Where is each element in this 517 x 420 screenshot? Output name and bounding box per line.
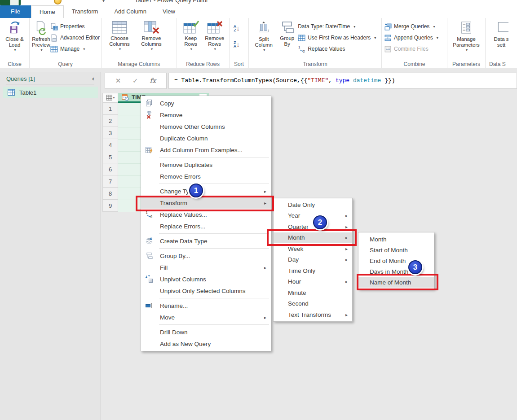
submenu-item-end-of-month[interactable]: End of Month — [358, 255, 434, 266]
window-title: Table1 - Power Query Editor — [135, 0, 208, 4]
data-source-settings-icon — [494, 21, 508, 35]
sort-descending-button[interactable]: ZA↓ — [234, 39, 240, 50]
remove-columns-button[interactable]: Remove Columns▾ — [135, 19, 168, 51]
menu-item-remove-duplicates[interactable]: Remove Duplicates — [141, 159, 271, 171]
menu-item-group-by[interactable]: Group By... — [141, 250, 271, 262]
fx-icon: fx — [150, 77, 156, 85]
row-number[interactable]: 6 — [102, 163, 118, 175]
tab-transform[interactable]: Transform — [64, 5, 106, 18]
choose-columns-button[interactable]: Choose Columns▾ — [104, 19, 135, 51]
close-and-load-button[interactable]: Close & Load▾ — [2, 19, 27, 52]
menu-item-rename[interactable]: Rename... — [141, 300, 271, 311]
group-combine: Merge Queries▾ Append Queries▾ Combine F… — [382, 18, 447, 68]
split-column-label: Split Column — [251, 36, 276, 48]
quick-access-icon[interactable] — [54, 0, 62, 4]
row-number[interactable]: 3 — [102, 127, 118, 139]
split-column-button[interactable]: Split Column▾ — [251, 19, 276, 52]
group-by-button[interactable]: Group By — [276, 19, 298, 47]
use-first-row-as-headers-button[interactable]: Use First Row as Headers▾ — [298, 33, 376, 43]
create-data-type-icon — [145, 237, 153, 245]
submenu-item-second[interactable]: Second — [274, 298, 352, 310]
select-all-table-icon — [106, 95, 113, 101]
submenu-item-year[interactable]: Year▸ — [274, 210, 352, 222]
row-number[interactable]: 7 — [102, 175, 118, 188]
row-number[interactable]: 2 — [102, 115, 118, 127]
row-number[interactable]: 9 — [102, 200, 118, 212]
row-number[interactable]: 1 — [102, 103, 118, 115]
menu-item-remove-errors[interactable]: Remove Errors — [141, 171, 271, 182]
append-queries-label: Append Queries — [394, 35, 433, 41]
tab-home[interactable]: Home — [31, 5, 64, 18]
query-item-label: Table1 — [19, 89, 36, 96]
submenu-arrow-icon: ▸ — [345, 224, 348, 229]
menu-item-remove-other-columns[interactable]: Remove Other Columns — [141, 121, 271, 132]
append-queries-button[interactable]: Append Queries▾ — [384, 33, 438, 43]
qat-caret-icon[interactable]: ▾ — [102, 0, 105, 3]
menu-item-add-as-new-query[interactable]: Add as New Query — [141, 338, 271, 350]
row-number[interactable]: 5 — [102, 151, 118, 163]
data-type-button[interactable]: Data Type: Date/Time▾ — [298, 22, 376, 31]
manage-parameters-button[interactable]: Manage Parameters▾ — [450, 19, 483, 52]
menu-item-unpivot-only-selected[interactable]: Unpivot Only Selected Columns — [141, 285, 271, 297]
menu-item-add-column-from-examples[interactable]: Add Column From Examples... — [141, 144, 271, 156]
tab-file[interactable]: File — [0, 5, 31, 18]
group-close: Close & Load▾ Close — [0, 18, 30, 68]
dropdown-caret-icon: ▾ — [83, 47, 85, 51]
row-number[interactable]: 8 — [102, 188, 118, 200]
advanced-editor-button[interactable]: Advanced Editor — [50, 33, 100, 43]
submenu-item-month-number[interactable]: Month — [358, 234, 434, 245]
replace-values-icon: 12 — [298, 45, 305, 53]
step-badge-3: 3 — [408, 260, 422, 274]
submenu-item-minute[interactable]: Minute — [274, 287, 352, 298]
tab-view[interactable]: View — [155, 5, 183, 18]
menu-item-replace-errors[interactable]: Replace Errors... — [141, 220, 271, 232]
submenu-item-date-only[interactable]: Date Only — [274, 199, 352, 210]
tab-add-column[interactable]: Add Column — [106, 5, 155, 18]
add-column-from-examples-icon — [145, 146, 153, 154]
menu-item-drill-down[interactable]: Drill Down — [141, 326, 271, 338]
dropdown-caret-icon: ▾ — [151, 47, 153, 51]
merge-queries-button[interactable]: Merge Queries▾ — [384, 22, 438, 31]
step-badge-1: 1 — [189, 184, 203, 197]
menu-item-copy[interactable]: Copy — [141, 97, 271, 109]
commit-icon[interactable]: ✓ — [133, 77, 138, 85]
menu-item-unpivot-columns[interactable]: Unpivot Columns — [141, 273, 271, 285]
dropdown-caret-icon: ▾ — [263, 48, 265, 52]
ribbon-tabs: File Home Transform Add Column View — [0, 5, 517, 18]
group-label-parameters: Parameters — [447, 61, 485, 67]
menu-separator — [159, 157, 269, 158]
properties-button[interactable]: Properties — [50, 22, 100, 31]
svg-text:1: 1 — [298, 45, 300, 49]
replace-values-button[interactable]: 12 Replace Values — [298, 44, 376, 54]
remove-rows-button[interactable]: Remove Rows▾ — [203, 19, 227, 51]
menu-separator — [159, 233, 269, 234]
submenu-item-start-of-month[interactable]: Start of Month — [358, 245, 434, 255]
row-number[interactable]: 4 — [102, 139, 118, 151]
cancel-icon[interactable]: ✕ — [115, 77, 121, 85]
menu-item-duplicate-column[interactable]: Duplicate Column — [141, 132, 271, 144]
submenu-arrow-icon: ▸ — [345, 279, 348, 284]
submenu-item-time-only[interactable]: Time Only — [274, 265, 352, 276]
collapse-pane-icon[interactable]: ‹ — [92, 74, 94, 82]
menu-item-fill[interactable]: Fill ▸ — [141, 262, 271, 273]
manage-button[interactable]: Manage▾ — [50, 44, 100, 54]
remove-columns-label: Remove Columns — [135, 35, 168, 47]
menu-item-remove[interactable]: Remove — [141, 109, 271, 121]
keep-rows-icon — [183, 21, 199, 34]
menu-item-create-data-type[interactable]: Create Data Type — [141, 235, 271, 247]
sort-ascending-button[interactable]: AZ↓ — [234, 22, 240, 34]
submenu-item-text-transforms[interactable]: Text Transforms▸ — [274, 309, 352, 320]
query-item-table1[interactable]: Table1 — [3, 87, 98, 98]
keep-rows-button[interactable]: Keep Rows▾ — [179, 19, 203, 51]
refresh-preview-button[interactable]: Refresh Preview▾ — [32, 19, 50, 52]
properties-label: Properties — [60, 23, 85, 30]
menu-item-move[interactable]: Move ▸ — [141, 311, 271, 323]
group-label-data-sources: Data S — [486, 61, 517, 67]
menu-separator — [159, 324, 269, 325]
excel-logo-icon — [0, 0, 21, 5]
select-all-cell[interactable]: ▾ — [102, 93, 118, 103]
submenu-item-hour[interactable]: Hour▸ — [274, 276, 352, 288]
data-source-settings-button[interactable]: Data ssett — [488, 19, 515, 48]
formula-input[interactable]: = Table.TransformColumnTypes(Source,{{"T… — [168, 73, 517, 89]
submenu-item-day[interactable]: Day▸ — [274, 254, 352, 266]
